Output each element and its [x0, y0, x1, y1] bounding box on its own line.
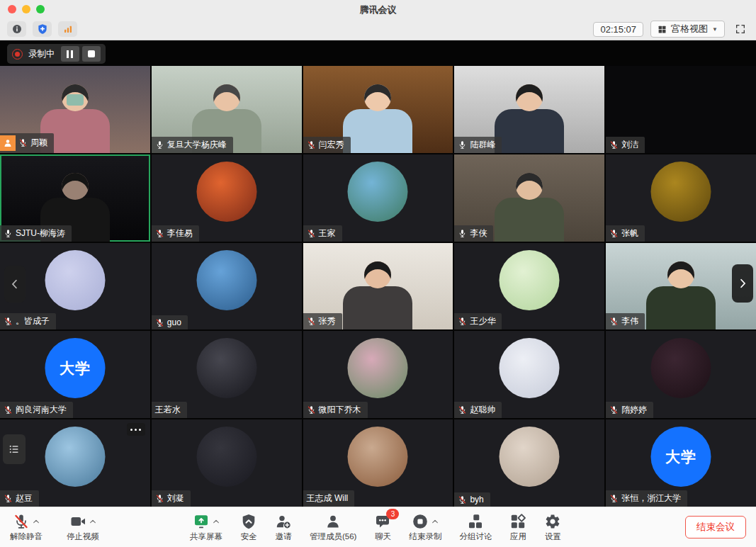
- mic-muted-icon: [307, 317, 316, 326]
- info-icon: [11, 23, 23, 35]
- mic-muted-icon: [609, 405, 619, 415]
- participant-tile[interactable]: byh: [454, 419, 604, 507]
- participant-tile[interactable]: 赵聪帅: [454, 331, 604, 418]
- stop-record-icon: [412, 513, 429, 530]
- close-button[interactable]: [8, 5, 16, 13]
- member-list-button[interactable]: [3, 434, 26, 464]
- page-previous-button[interactable]: [4, 266, 26, 303]
- participant-video: [364, 261, 391, 288]
- nameplate: 王少华: [454, 313, 502, 329]
- toolbar-item-label: 结束录制: [409, 531, 441, 542]
- toolbar-item-share-screen[interactable]: 共享屏幕: [190, 512, 222, 542]
- participant-tile[interactable]: 周颖: [0, 66, 150, 153]
- toolbar-item-camera[interactable]: 停止视频: [67, 512, 99, 542]
- view-mode-button[interactable]: 宫格视图 ▼: [650, 21, 725, 38]
- avatar: [348, 427, 408, 487]
- participant-tile[interactable]: 李佳易: [152, 154, 302, 242]
- more-options-button[interactable]: [127, 423, 145, 436]
- participant-tile[interactable]: 刘洁: [606, 66, 756, 153]
- participant-video: [364, 84, 391, 111]
- participant-tile[interactable]: 陆群峰: [454, 66, 604, 153]
- grid-view-icon: [658, 25, 667, 34]
- participant-tile[interactable]: SJTU-柳海涛: [0, 154, 150, 242]
- mic-muted-icon: [458, 317, 467, 326]
- security-shield-icon: [240, 513, 257, 530]
- nameplate: SJTU-柳海涛: [0, 225, 72, 242]
- participant-tile[interactable]: 张帆: [606, 154, 756, 242]
- face-mask: [67, 94, 84, 106]
- pause-recording-button[interactable]: [61, 46, 79, 62]
- network-status-button[interactable]: [58, 21, 77, 37]
- participant-video: [343, 109, 412, 153]
- settings-gear-icon: [544, 513, 561, 530]
- page-next-button[interactable]: [732, 264, 753, 303]
- toolbar-item-label: 应用: [510, 531, 526, 542]
- chevron-up-icon[interactable]: [33, 518, 40, 525]
- avatar: [500, 338, 560, 398]
- participant-tile[interactable]: 大学张恒，浙江大学: [606, 419, 756, 507]
- mic-muted-icon: [609, 229, 619, 238]
- nameplate: 张帆: [606, 225, 645, 242]
- participant-name: 李侠: [470, 227, 487, 239]
- mic-on-icon: [155, 140, 164, 150]
- participant-name: 周颖: [30, 137, 47, 149]
- avatar: [45, 250, 105, 310]
- nameplate: 微阳下乔木: [303, 402, 368, 418]
- toolbar-item-breakout[interactable]: 分组讨论: [459, 512, 492, 542]
- participant-tile[interactable]: 张秀: [303, 243, 453, 330]
- mic-muted-icon: [458, 405, 467, 415]
- participant-name: 刘凝: [167, 492, 184, 504]
- avatar: [651, 338, 711, 398]
- avatar: [196, 427, 256, 487]
- participant-name: 刘洁: [621, 139, 638, 151]
- participant-tile[interactable]: 刘凝: [152, 419, 302, 507]
- participant-tile[interactable]: 复旦大学杨庆峰: [152, 66, 302, 153]
- participant-tile[interactable]: 李侠: [454, 154, 604, 242]
- end-meeting-button[interactable]: 结束会议: [685, 516, 746, 538]
- participant-tile[interactable]: 微阳下乔木: [303, 331, 453, 418]
- participant-tile[interactable]: 王家: [303, 154, 453, 242]
- avatar-text: 大学: [665, 447, 696, 467]
- participant-tile[interactable]: 王少华: [454, 243, 604, 330]
- participant-tile[interactable]: 大学阎良河南大学: [0, 331, 150, 418]
- participant-tile[interactable]: 王若水: [152, 331, 302, 418]
- toolbar-item-invite[interactable]: 邀请: [275, 512, 292, 542]
- avatar: [348, 162, 408, 222]
- chevron-down-icon: ▼: [712, 26, 718, 33]
- nameplate: 王家: [303, 225, 342, 242]
- participant-name: 陆群峰: [470, 139, 495, 151]
- toolbar-item-chat[interactable]: 3聊天: [374, 512, 391, 542]
- minimize-button[interactable]: [22, 5, 30, 13]
- chevron-up-icon[interactable]: [89, 518, 96, 525]
- fullscreen-button[interactable]: [732, 21, 749, 37]
- stop-recording-button[interactable]: [82, 46, 101, 62]
- participant-video: [62, 173, 89, 200]
- mic-muted-icon: [13, 513, 30, 530]
- toolbar-item-label: 分组讨论: [459, 531, 492, 542]
- toolbar-item-security-shield[interactable]: 安全: [240, 512, 257, 542]
- participant-tile[interactable]: guo: [152, 243, 302, 330]
- mic-muted-icon: [458, 495, 467, 504]
- chevron-up-icon[interactable]: [431, 518, 439, 525]
- participant-tile[interactable]: 闫宏秀: [303, 66, 453, 153]
- avatar: [196, 338, 256, 398]
- toolbar-item-mic-muted[interactable]: 解除静音: [10, 512, 43, 542]
- toolbar-item-settings-gear[interactable]: 设置: [544, 512, 561, 542]
- toolbar-item-apps[interactable]: 应用: [509, 512, 526, 542]
- participant-tile[interactable]: 王志成 Will: [303, 419, 453, 507]
- mic-muted-icon: [307, 405, 316, 415]
- meeting-info-button[interactable]: [7, 21, 26, 37]
- toolbar-item-members[interactable]: 管理成员(56): [310, 512, 356, 542]
- titlebar: 腾讯会议: [0, 0, 756, 18]
- chevron-up-icon[interactable]: [213, 518, 220, 525]
- pause-icon: [67, 50, 69, 58]
- participant-name: 李伟: [621, 315, 638, 327]
- health-code-button[interactable]: [33, 21, 52, 37]
- stop-icon: [88, 50, 95, 57]
- nameplate: guo: [152, 315, 188, 329]
- toolbar-item-stop-record[interactable]: 结束录制: [409, 512, 441, 542]
- zoom-button[interactable]: [36, 5, 45, 13]
- avatar: [196, 250, 256, 310]
- participant-tile[interactable]: 隋婷婷: [606, 331, 756, 418]
- chevron-left-icon: [9, 278, 21, 291]
